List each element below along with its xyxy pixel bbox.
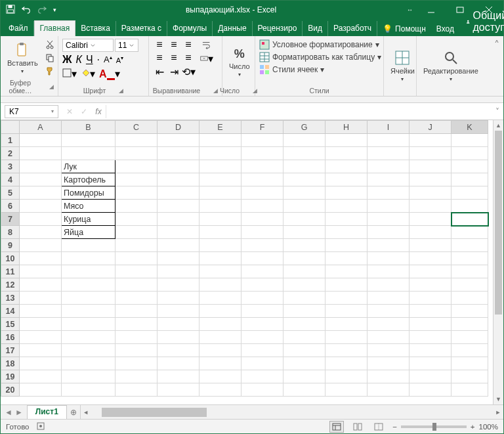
fx-button[interactable]: fx bbox=[91, 105, 106, 118]
cell-D13[interactable] bbox=[158, 292, 200, 305]
cell-K15[interactable] bbox=[452, 318, 488, 331]
row-header-19[interactable]: 19 bbox=[1, 370, 20, 383]
cell-A11[interactable] bbox=[20, 265, 62, 278]
cell-H15[interactable] bbox=[326, 318, 368, 331]
cell-H20[interactable] bbox=[326, 383, 368, 397]
cell-E2[interactable] bbox=[200, 147, 242, 160]
cell-A8[interactable] bbox=[20, 226, 62, 239]
row-header-15[interactable]: 15 bbox=[1, 318, 20, 331]
cell-J16[interactable] bbox=[410, 331, 452, 344]
format-painter-button[interactable] bbox=[43, 65, 56, 77]
cell-I7[interactable] bbox=[368, 213, 410, 226]
vertical-scrollbar[interactable]: ▲ ▼ bbox=[493, 120, 503, 404]
cell-E16[interactable] bbox=[200, 331, 242, 344]
row-header-2[interactable]: 2 bbox=[1, 147, 20, 160]
row-header-3[interactable]: 3 bbox=[1, 160, 20, 173]
cell-B1[interactable] bbox=[62, 134, 116, 147]
cell-A18[interactable] bbox=[20, 357, 62, 370]
conditional-formatting-button[interactable]: Условное форматирование▾ bbox=[259, 39, 381, 51]
macro-record-icon[interactable] bbox=[36, 422, 45, 432]
cell-F6[interactable] bbox=[242, 200, 284, 213]
cell-G10[interactable] bbox=[284, 252, 326, 265]
cell-J19[interactable] bbox=[410, 370, 452, 383]
cell-A4[interactable] bbox=[20, 173, 62, 186]
scroll-left-icon[interactable]: ◄ bbox=[81, 409, 91, 416]
cell-B19[interactable] bbox=[62, 370, 116, 383]
scroll-down-icon[interactable]: ▼ bbox=[494, 394, 503, 404]
cell-C7[interactable] bbox=[116, 213, 158, 226]
cell-A19[interactable] bbox=[20, 370, 62, 383]
cell-I15[interactable] bbox=[368, 318, 410, 331]
cell-J7[interactable] bbox=[410, 213, 452, 226]
cell-E7[interactable] bbox=[200, 213, 242, 226]
normal-view-button[interactable] bbox=[329, 421, 344, 433]
cell-K13[interactable] bbox=[452, 292, 488, 305]
cell-D17[interactable] bbox=[158, 344, 200, 357]
cell-C1[interactable] bbox=[116, 134, 158, 147]
cell-J13[interactable] bbox=[410, 292, 452, 305]
cell-C16[interactable] bbox=[116, 331, 158, 344]
cell-D8[interactable] bbox=[158, 226, 200, 239]
row-header-5[interactable]: 5 bbox=[1, 186, 20, 200]
cell-J20[interactable] bbox=[410, 383, 452, 397]
cell-K11[interactable] bbox=[452, 265, 488, 278]
cell-C5[interactable] bbox=[116, 186, 158, 200]
cell-B2[interactable] bbox=[62, 147, 116, 160]
cell-A3[interactable] bbox=[20, 160, 62, 173]
cell-D5[interactable] bbox=[158, 186, 200, 200]
cell-J9[interactable] bbox=[410, 239, 452, 252]
cell-D20[interactable] bbox=[158, 383, 200, 397]
new-sheet-button[interactable]: ⊕ bbox=[67, 405, 80, 419]
cell-D7[interactable] bbox=[158, 213, 200, 226]
cell-E20[interactable] bbox=[200, 383, 242, 397]
wrap-text-button[interactable] bbox=[200, 39, 213, 51]
cell-A1[interactable] bbox=[20, 134, 62, 147]
name-box[interactable]: K7▾ bbox=[5, 105, 58, 118]
cell-K1[interactable] bbox=[452, 134, 488, 147]
cell-K20[interactable] bbox=[452, 383, 488, 397]
row-header-8[interactable]: 8 bbox=[1, 226, 20, 239]
cell-I18[interactable] bbox=[368, 357, 410, 370]
tab-file[interactable]: Файл bbox=[3, 21, 34, 36]
number-format-button[interactable]: % Число▾ bbox=[226, 39, 253, 85]
col-header-K[interactable]: K bbox=[452, 121, 488, 134]
scroll-right-icon[interactable]: ► bbox=[493, 409, 503, 416]
cell-C13[interactable] bbox=[116, 292, 158, 305]
cell-D18[interactable] bbox=[158, 357, 200, 370]
cell-H9[interactable] bbox=[326, 239, 368, 252]
cell-D10[interactable] bbox=[158, 252, 200, 265]
copy-button[interactable] bbox=[43, 52, 56, 64]
cell-I9[interactable] bbox=[368, 239, 410, 252]
cell-G6[interactable] bbox=[284, 200, 326, 213]
merge-button[interactable]: ▾ bbox=[200, 53, 213, 64]
align-mid-button[interactable]: ≡ bbox=[167, 39, 180, 51]
font-name-combo[interactable]: Calibri bbox=[62, 39, 114, 52]
cell-F15[interactable] bbox=[242, 318, 284, 331]
cell-I8[interactable] bbox=[368, 226, 410, 239]
cell-B17[interactable] bbox=[62, 344, 116, 357]
zoom-slider[interactable] bbox=[401, 425, 467, 428]
cell-K18[interactable] bbox=[452, 357, 488, 370]
cell-G20[interactable] bbox=[284, 383, 326, 397]
row-header-20[interactable]: 20 bbox=[1, 383, 20, 397]
cell-styles-button[interactable]: Стили ячеек▾ bbox=[259, 64, 381, 76]
cell-A5[interactable] bbox=[20, 186, 62, 200]
cell-A12[interactable] bbox=[20, 278, 62, 292]
cell-K3[interactable] bbox=[452, 160, 488, 173]
cell-G4[interactable] bbox=[284, 173, 326, 186]
cell-B12[interactable] bbox=[62, 278, 116, 292]
cell-J5[interactable] bbox=[410, 186, 452, 200]
tab-review[interactable]: Рецензиро bbox=[253, 21, 303, 36]
cancel-formula-button[interactable]: ✕ bbox=[62, 105, 77, 118]
cell-A2[interactable] bbox=[20, 147, 62, 160]
col-header-J[interactable]: J bbox=[410, 121, 452, 134]
fill-color-button[interactable]: ▾ bbox=[81, 68, 95, 80]
font-color-button[interactable]: A▾ bbox=[99, 68, 120, 80]
cell-J15[interactable] bbox=[410, 318, 452, 331]
dialog-launcher-icon[interactable]: ◢ bbox=[119, 87, 123, 94]
cell-B11[interactable] bbox=[62, 265, 116, 278]
cell-A16[interactable] bbox=[20, 331, 62, 344]
cell-F2[interactable] bbox=[242, 147, 284, 160]
expand-formula-bar-button[interactable]: ˅ bbox=[492, 107, 503, 116]
cell-G15[interactable] bbox=[284, 318, 326, 331]
